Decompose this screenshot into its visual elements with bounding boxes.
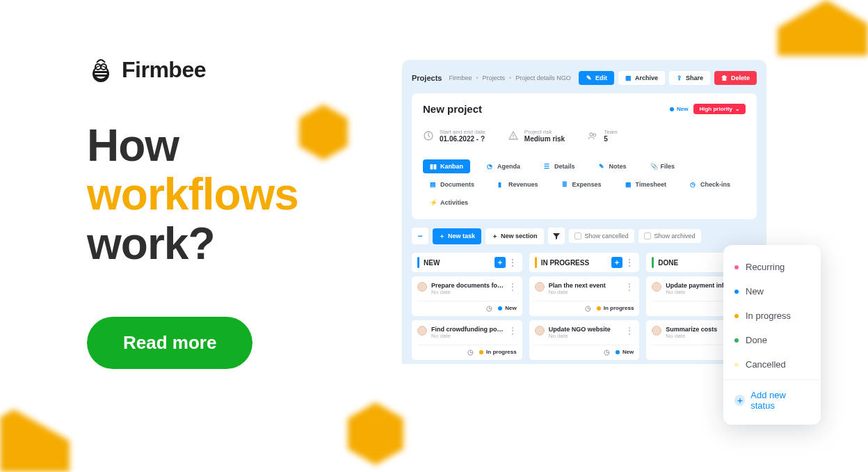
add-status-button[interactable]: ＋Add new status [733,383,811,418]
share-button[interactable]: ⇪ Share [669,71,710,85]
checkbox-icon [574,233,581,239]
svg-rect-12 [513,138,513,139]
task-date: No date [549,289,622,295]
headline-line: How [87,120,179,171]
breadcrumb-sep: • [476,74,478,81]
tab-agenda[interactable]: ◔Agenda [480,159,527,173]
pencil-icon: ✎ [586,74,593,81]
svg-marker-2 [348,402,403,465]
column-menu-button[interactable]: ⋮ [508,258,517,267]
column-menu-button[interactable]: ⋮ [625,258,634,267]
button-label: Edit [595,74,607,81]
checkbox-label: Show archived [654,233,696,239]
timesheet-icon: ▦ [625,181,632,188]
tab-details[interactable]: ☰Details [537,159,582,173]
task-title: Prepare documents for donors [431,282,504,289]
checkins-icon: ◷ [690,181,697,188]
tab-checkins[interactable]: ◷Check-ins [683,178,737,191]
add-task-button[interactable]: ＋ [495,257,506,268]
tab-documents[interactable]: ▤Documents [423,178,481,191]
task-status: ◷In progress [585,304,634,312]
task-date: No date [431,289,504,295]
edit-button[interactable]: ✎ Edit [579,71,614,85]
add-task-button[interactable]: ＋ [611,257,622,268]
task-status: ◷In progress [467,348,517,356]
agenda-icon: ◔ [487,163,494,170]
task-menu-button[interactable]: ⋮ [508,282,517,292]
tab-files[interactable]: 📎Files [643,159,682,173]
tab-label: Expenses [572,181,602,188]
show-cancelled-toggle[interactable]: Show cancelled [569,229,634,243]
meta-value: Medium risk [524,135,565,143]
tab-label: Timesheet [636,181,666,188]
status-option[interactable]: Recurring [733,255,811,279]
dot-icon [479,350,483,354]
add-status-label: Add new status [750,390,810,411]
tab-kanban[interactable]: ▮▮Kanban [423,159,470,173]
breadcrumb-sep: • [509,74,511,81]
task-title: Plan the next event [549,282,622,289]
button-label: New section [501,233,538,239]
collapse-button[interactable]: − [412,228,428,244]
clock-icon [423,130,434,141]
warning-icon [508,130,519,141]
task-menu-button[interactable]: ⋮ [625,282,634,292]
plus-icon: ＋ [492,232,498,241]
task-date: No date [549,333,622,339]
dot-icon [734,314,739,318]
tab-label: Check-ins [700,181,730,188]
tab-revenues[interactable]: ▮Revenues [491,178,545,191]
tab-label: Files [661,163,675,170]
task-card[interactable]: Find crowdfunding possibilitesNo date⋮◷I… [412,320,522,360]
show-archived-toggle[interactable]: Show archived [638,229,701,243]
breadcrumb-item[interactable]: Projects [483,74,506,81]
breadcrumb-item[interactable]: Project details NGO [515,74,571,81]
status-option[interactable]: In progress [733,304,811,328]
task-card[interactable]: Prepare documents for donorsNo date⋮◷New [412,276,522,316]
meta-dates: Start and end date 01.06.2022 - ? [423,129,485,143]
new-section-button[interactable]: ＋ New section [485,228,544,244]
task-menu-button[interactable]: ⋮ [625,326,634,336]
tab-label: Kanban [440,163,463,170]
new-task-button[interactable]: ＋ New task [433,228,481,244]
dot-icon [597,306,601,310]
clock-icon: ◷ [585,304,591,312]
dot-icon [670,107,674,111]
avatar [535,282,545,292]
task-card[interactable]: Update NGO websiteNo date⋮◷New [529,320,640,360]
status-option[interactable]: New [733,279,811,304]
task-title: Update NGO website [549,326,622,333]
status-option[interactable]: Done [733,328,811,352]
avatar [417,282,427,292]
task-status: ◷New [604,348,634,356]
svg-rect-6 [95,71,107,73]
archive-button[interactable]: ▦ Archive [618,71,665,85]
tab-expenses[interactable]: ≣Expenses [555,178,609,191]
breadcrumb-item[interactable]: Firmbee [449,74,472,81]
tab-notes[interactable]: ✎Notes [592,159,634,173]
archive-icon: ▦ [625,74,632,81]
button-label: New task [448,233,475,239]
tab-timesheet[interactable]: ▦Timesheet [618,178,673,191]
cta-label: Read more [123,332,216,354]
svg-rect-7 [95,74,107,77]
decorative-hexagon [348,402,403,465]
app-panel: Projects Firmbee • Projects • Project de… [402,60,766,364]
status-option-label: In progress [746,310,791,321]
priority-badge[interactable]: High priority ⌄ [693,104,746,114]
tab-activities[interactable]: ⚡Activities [423,196,475,210]
dot-icon [734,363,739,367]
status-option[interactable]: Cancelled [733,352,811,377]
status-label: In progress [486,349,517,355]
revenue-icon: ▮ [498,181,505,188]
trash-icon: 🗑 [721,74,728,81]
meta-label: Project risk [524,129,565,135]
share-icon: ⇪ [676,74,683,81]
task-menu-button[interactable]: ⋮ [508,326,517,336]
column-color-bar [417,257,419,268]
task-card[interactable]: Plan the next eventNo date⋮◷In progress [529,276,640,316]
read-more-button[interactable]: Read more [87,317,252,369]
task-date: No date [431,333,504,339]
delete-button[interactable]: 🗑 Delete [714,71,757,85]
filter-button[interactable] [548,228,565,244]
